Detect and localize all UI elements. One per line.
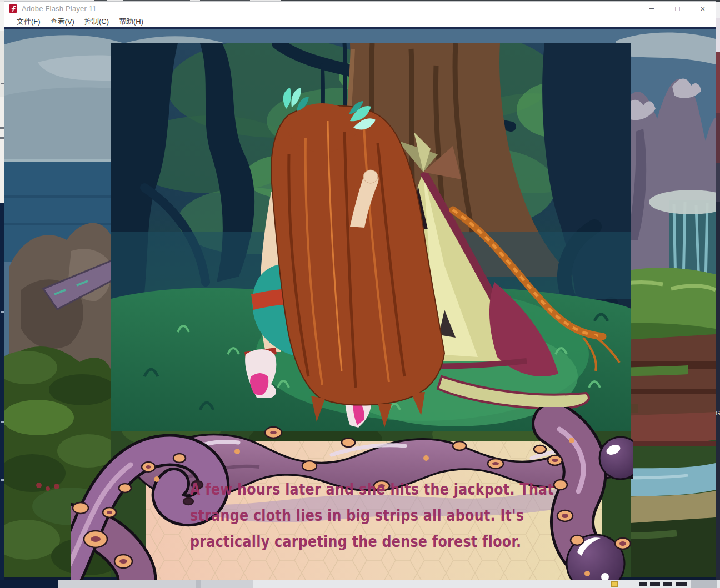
background-window-left-sliver: [0, 2, 4, 580]
menu-file[interactable]: 文件(F): [12, 16, 46, 27]
dialogue-line: strange cloth lies in big strips all abo…: [190, 502, 567, 529]
dialogue-box[interactable]: A few hours later and she hits the jackp…: [71, 407, 633, 580]
background-window-area: [716, 18, 720, 52]
background-window-area: [716, 163, 720, 202]
desktop-top-dash: [123, 0, 190, 1]
text-fragment: [0, 127, 4, 129]
scene-artwork: [111, 43, 631, 431]
background-window-area-dark: [0, 203, 4, 580]
menu-view[interactable]: 查看(V): [46, 16, 79, 27]
screen: G Adobe Flash Player 11 – □ × 文件(F) 查看(V…: [0, 0, 720, 588]
close-button[interactable]: ×: [690, 2, 716, 16]
flash-player-icon: [9, 4, 17, 13]
taskbar-app-icon[interactable]: [611, 581, 618, 587]
background-window-right-sliver: G: [716, 2, 720, 580]
obscured-taskbar-text: [650, 582, 660, 586]
taskbar-divider: [196, 580, 201, 588]
menu-bar: 文件(F) 查看(V) 控制(C) 帮助(H): [4, 16, 716, 29]
desktop-top-dash: [200, 0, 250, 1]
text-fragment: [1, 83, 4, 84]
menu-control[interactable]: 控制(C): [79, 16, 114, 27]
text-fragment: [1, 479, 4, 481]
background-window-area: [0, 97, 4, 203]
dialogue-text: A few hours later and she hits the jackp…: [190, 476, 567, 555]
obscured-taskbar-text: [676, 582, 687, 586]
minimize-button[interactable]: –: [639, 2, 664, 16]
obscured-taskbar-text: [639, 582, 647, 586]
titlebar[interactable]: Adobe Flash Player 11 – □ ×: [4, 2, 716, 16]
background-window-area: [716, 2, 720, 18]
window-title: Adobe Flash Player 11: [22, 4, 97, 13]
background-window-area: [716, 52, 720, 113]
text-fragment: [1, 311, 4, 313]
window-controls: – □ ×: [639, 2, 716, 16]
menu-help[interactable]: 帮助(H): [114, 16, 148, 27]
game-stage[interactable]: A few hours later and she hits the jackp…: [4, 29, 716, 580]
desktop-top-dash: [94, 0, 107, 1]
dialogue-line: practically carpeting the dense forest f…: [190, 529, 567, 555]
background-window-area: [716, 113, 720, 163]
taskbar[interactable]: [0, 580, 720, 588]
background-text-fragment: G: [716, 410, 720, 416]
taskbar-item[interactable]: [691, 580, 717, 588]
text-fragment: [1, 421, 4, 423]
obscured-taskbar-text: [663, 582, 672, 586]
text-fragment: [0, 137, 4, 139]
taskbar-dark-segment: [0, 580, 58, 588]
maximize-button[interactable]: □: [664, 2, 690, 16]
flash-player-window: Adobe Flash Player 11 – □ × 文件(F) 查看(V) …: [4, 2, 716, 580]
background-window-area: [0, 31, 4, 97]
dialogue-line: A few hours later and she hits the jackp…: [190, 476, 567, 502]
